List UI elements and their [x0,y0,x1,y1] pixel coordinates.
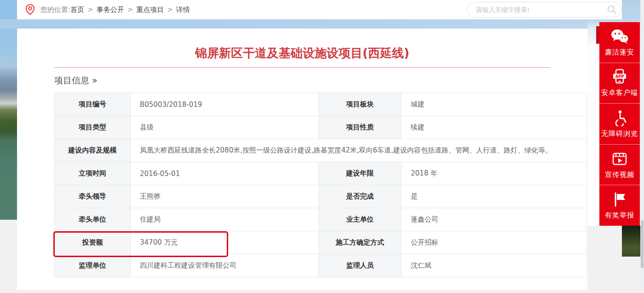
field-value: 公开招标 [402,231,587,254]
field-label: 牵头领导 [55,185,131,208]
field-label: 项目性质 [319,116,402,139]
location-pin-icon [25,4,35,16]
sidebar-item-label: 廉洁蓬安 [605,48,634,57]
sidebar-item-label: 安卓客户端 [601,88,638,97]
field-label: 立项时间 [55,162,131,185]
page: 您的位置: 首页 > 事务公开 > 重点项目 > 详情 锦屏新区干道及基础设施设… [0,0,644,293]
table-row: 牵头单位 住建局 业主单位 蓬鑫公司 [55,208,587,231]
wechat-icon [610,28,629,45]
breadcrumb-bar: 您的位置: 首页 > 事务公开 > 重点项目 > 详情 [17,0,622,19]
background-photo-band [0,19,644,29]
sidebar-item-report-reward[interactable]: 有奖举报 [599,185,640,226]
scrollbar[interactable] [640,0,644,293]
table-row: 牵头领导 王熊骅 是否完成 是 [55,185,587,208]
flag-icon [612,191,627,208]
breadcrumb: 您的位置: 首页 > 事务公开 > 重点项目 > 详情 [25,4,190,16]
sidebar-item-label: 有奖举报 [605,211,634,220]
field-label: 项目编号 [55,93,131,116]
breadcrumb-separator: > [167,6,173,14]
field-value: 34700 万元 [131,231,319,254]
field-label: 建设内容及规模 [55,139,131,162]
sidebar-item-lianjie-pengan[interactable]: 廉洁蓬安 [599,22,640,63]
field-value: 是 [402,185,587,208]
table-row: 监理单位 四川建科工程建设管理有限公司 监理人员 沈仁斌 [55,254,587,277]
content-panel: 锦屏新区干道及基础设施设项目(西延线) 项目信息 » 项目编号 B05003/2… [17,29,587,290]
breadcrumb-separator: > [127,6,133,14]
table-row: 项目类型 县级 项目性质 续建 [55,116,587,139]
sidebar-item-label: 无障碍浏览 [601,129,638,138]
table-row-investment: 投资额 34700 万元 施工方确定方式 公开招标 [55,231,587,254]
breadcrumb-prefix: 您的位置: [40,6,70,14]
field-label: 是否完成 [319,185,402,208]
sidebar-item-promo-video[interactable]: 宣传视频 [599,144,640,185]
page-bottom-strip [0,290,644,293]
background-photo-trees [622,226,640,257]
search-input[interactable] [475,6,607,14]
search-box[interactable] [467,2,622,18]
breadcrumb-separator: > [87,6,93,14]
background-photo-left [0,0,17,220]
field-value: B05003/2018-019 [131,93,319,116]
table-row: 项目编号 B05003/2018-019 项目板块 城建 [55,93,587,116]
quick-links-sidebar: 廉洁蓬安 APP 安卓客户端 无障碍浏览 [599,22,640,226]
sidebar-item-android-client[interactable]: APP 安卓客户端 [599,63,640,104]
project-info-table: 项目编号 B05003/2018-019 项目板块 城建 项目类型 县级 项目性… [54,93,587,277]
field-value: 王熊骅 [131,185,319,208]
field-value: 2016-05-01 [131,162,319,185]
field-label: 监理单位 [55,254,131,277]
sidebar-item-accessibility[interactable]: 无障碍浏览 [599,103,640,144]
page-title: 锦屏新区干道及基础设施设项目(西延线) [17,29,587,60]
field-value: 县级 [131,116,319,139]
table-row: 建设内容及规模 凤凰大桥西延线道路全长2080米,按照一级公路设计建设,路基宽度… [55,139,587,162]
search-icon[interactable] [607,5,616,14]
field-value: 沈仁斌 [402,254,587,277]
field-label: 牵头单位 [55,208,131,231]
sidebar-item-label: 宣传视频 [605,170,634,179]
field-value: 四川建科工程建设管理有限公司 [131,254,319,277]
field-label: 施工方确定方式 [319,231,402,254]
field-label: 投资额 [55,231,131,254]
breadcrumb-item-detail[interactable]: 详情 [176,6,190,14]
field-label: 监理人员 [319,254,402,277]
field-value: 凤凰大桥西延线道路全长2080米,按照一级公路设计建设,路基宽度42米,双向6车… [131,139,587,162]
title-divider [54,67,550,68]
field-label: 建设年限 [319,162,402,185]
app-icon: APP [611,69,628,85]
section-title: 项目信息 » [54,75,587,87]
field-label: 项目类型 [55,116,131,139]
breadcrumb-item-affairs[interactable]: 事务公开 [97,6,124,14]
field-value: 续建 [402,116,587,139]
field-label: 业主单位 [319,208,402,231]
video-icon [611,151,628,167]
app-badge-text: APP [615,74,624,79]
table-row: 立项时间 2016-05-01 建设年限 2018 年 [55,162,587,185]
breadcrumb-item-key-projects[interactable]: 重点项目 [136,6,164,14]
scrollbar-thumb[interactable] [641,220,644,268]
field-label: 项目板块 [319,93,402,116]
accessibility-icon [611,110,628,126]
field-value: 2018 年 [402,162,587,185]
breadcrumb-item-home[interactable]: 首页 [70,6,84,14]
field-value: 城建 [402,93,587,116]
field-value: 住建局 [131,208,319,231]
field-value: 蓬鑫公司 [402,208,587,231]
